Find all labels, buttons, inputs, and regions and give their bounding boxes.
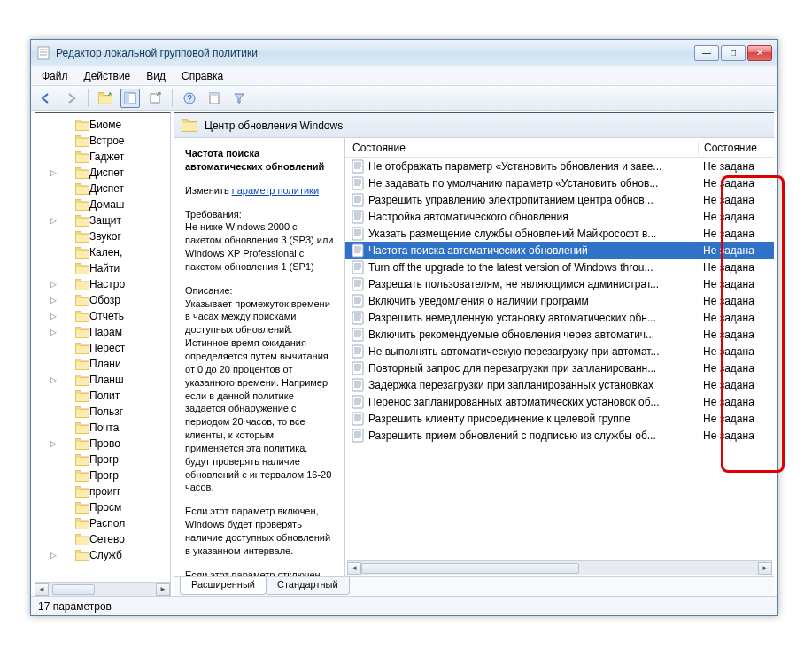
policy-icon xyxy=(351,361,365,375)
tree-item[interactable]: ▷Настро xyxy=(35,276,170,292)
tree-item[interactable]: Распол xyxy=(35,515,170,531)
help-button[interactable]: ? xyxy=(180,89,199,108)
titlebar[interactable]: Редактор локальной групповой политики — … xyxy=(31,40,777,66)
toolbar-separator xyxy=(88,89,89,107)
scroll-right-button[interactable]: ► xyxy=(758,562,772,575)
policy-row[interactable]: Не задавать по умолчанию параметр «Устан… xyxy=(345,174,774,191)
policy-rows[interactable]: Не отображать параметр «Установить обнов… xyxy=(345,158,774,560)
export-button[interactable] xyxy=(145,89,165,108)
column-header-state2[interactable]: Состояние xyxy=(698,142,774,154)
expand-icon[interactable]: ▷ xyxy=(49,216,58,225)
close-button[interactable]: ✕ xyxy=(747,45,772,61)
expand-icon[interactable]: ▷ xyxy=(49,375,58,384)
policy-icon xyxy=(351,328,365,342)
expand-icon[interactable]: ▷ xyxy=(49,312,58,321)
tree-item[interactable]: Звуког xyxy=(35,228,170,244)
tree-item[interactable]: Кален, xyxy=(35,244,170,260)
scroll-thumb[interactable] xyxy=(361,563,579,574)
scroll-left-button[interactable]: ◄ xyxy=(35,583,49,596)
policy-row[interactable]: Не выполнять автоматическую перезагрузку… xyxy=(345,343,774,359)
tab-extended[interactable]: Расширенный xyxy=(180,577,267,595)
folder-icon xyxy=(75,359,89,370)
edit-policy-link[interactable]: параметр политики xyxy=(232,185,319,196)
tree-item[interactable]: ▷Отчеть xyxy=(35,308,170,324)
expand-icon[interactable]: ▷ xyxy=(49,296,58,305)
policy-row[interactable]: Указать размещение службы обновлений Май… xyxy=(345,225,774,242)
tree-item[interactable]: Сетево xyxy=(35,531,170,547)
policy-row[interactable]: Разрешить управлению электропитанием цен… xyxy=(345,191,774,208)
policy-row[interactable]: Не отображать параметр «Установить обнов… xyxy=(345,158,774,174)
tree-item[interactable]: Домаш xyxy=(35,197,170,212)
policy-row[interactable]: Повторный запрос для перезагрузки при за… xyxy=(345,359,774,376)
tree-h-scrollbar[interactable]: ◄ ► xyxy=(35,582,170,596)
policy-row[interactable]: Turn off the upgrade to the latest versi… xyxy=(345,259,774,275)
tree-item[interactable]: Найти xyxy=(35,260,170,276)
list-h-scrollbar[interactable]: ◄ ► xyxy=(347,560,772,575)
tree-item[interactable]: Гаджет xyxy=(35,149,170,165)
scroll-left-button[interactable]: ◄ xyxy=(347,562,361,575)
expand-icon[interactable]: ▷ xyxy=(49,439,58,448)
tree-item[interactable]: Просм xyxy=(35,499,170,515)
tree-pane[interactable]: БиомеВстроеГаджет▷ДиспетДиспетДомаш▷Защи… xyxy=(35,112,171,596)
tree-item[interactable]: ▷Служб xyxy=(35,547,170,563)
policy-row[interactable]: Разрешить клиенту присоединение к целево… xyxy=(345,410,774,427)
expand-icon[interactable]: ▷ xyxy=(49,328,58,336)
expand-icon[interactable]: ▷ xyxy=(49,280,58,289)
scroll-thumb[interactable] xyxy=(52,584,95,595)
tree-item[interactable]: ▷Защит xyxy=(35,212,170,228)
folder-icon xyxy=(75,518,89,529)
back-button[interactable] xyxy=(36,89,56,108)
folder-icon xyxy=(75,375,89,386)
svg-rect-15 xyxy=(151,94,159,103)
tree-item[interactable]: Перест xyxy=(35,340,170,356)
tree-item[interactable]: Встрое xyxy=(35,133,170,149)
expand-icon[interactable]: ▷ xyxy=(49,551,58,560)
tree-item[interactable]: Плани xyxy=(35,356,170,372)
forward-button[interactable] xyxy=(61,89,81,108)
policy-row[interactable]: Перенос запланированных автоматических у… xyxy=(345,393,774,410)
expand-icon[interactable]: ▷ xyxy=(49,168,58,177)
tree-item[interactable]: ▷Прово xyxy=(35,436,170,452)
policy-row[interactable]: Разрешить немедленную установку автомати… xyxy=(345,309,774,326)
policy-row[interactable]: Разрешать пользователям, не являющимся а… xyxy=(345,275,774,292)
tree-item[interactable]: Биоме xyxy=(35,117,170,133)
tree-item[interactable]: ▷Парам xyxy=(35,324,170,340)
properties-button[interactable] xyxy=(205,89,224,108)
policy-row[interactable]: Разрешить прием обновлений с подписью из… xyxy=(345,427,774,444)
list-header[interactable]: Состояние Состояние xyxy=(345,138,774,158)
policy-name: Не отображать параметр «Установить обнов… xyxy=(368,160,698,173)
tree-item[interactable]: ▷Диспет xyxy=(35,165,170,181)
folder-icon xyxy=(75,231,89,243)
tree-item[interactable]: Почта xyxy=(35,420,170,436)
scroll-track[interactable] xyxy=(361,562,758,575)
tree-item[interactable]: Прогр xyxy=(35,452,170,467)
column-header-state[interactable]: Состояние xyxy=(345,142,698,154)
policy-row[interactable]: Настройка автоматического обновленияНе з… xyxy=(345,208,774,225)
tree-toggle-button[interactable] xyxy=(120,89,140,108)
menu-action[interactable]: Действие xyxy=(77,68,138,84)
menu-file[interactable]: Файл xyxy=(35,68,75,84)
scroll-right-button[interactable]: ► xyxy=(156,583,170,596)
policy-row[interactable]: Задержка перезагрузки при запланированны… xyxy=(345,376,774,393)
tab-standard[interactable]: Стандартный xyxy=(266,577,350,595)
tree-item[interactable]: ▷Обозр xyxy=(35,292,170,308)
policy-row[interactable]: Включить уведомления о наличии программН… xyxy=(345,292,774,309)
filter-button[interactable] xyxy=(229,89,249,108)
menu-view[interactable]: Вид xyxy=(139,68,173,84)
up-button[interactable] xyxy=(96,89,115,108)
tree-item[interactable]: ▷Планш xyxy=(35,372,170,388)
maximize-button[interactable]: □ xyxy=(721,45,746,61)
scroll-track[interactable] xyxy=(49,583,156,596)
menu-help[interactable]: Справка xyxy=(174,68,230,84)
policy-name: Разрешить управлению электропитанием цен… xyxy=(368,194,698,206)
tree-item[interactable]: Пользг xyxy=(35,404,170,420)
tree-item[interactable]: Прогр xyxy=(35,467,170,483)
tree-item[interactable]: проигг xyxy=(35,483,170,499)
policy-row[interactable]: Включить рекомендуемые обновления через … xyxy=(345,326,774,343)
tree-item[interactable]: Полит xyxy=(35,388,170,404)
minimize-button[interactable]: — xyxy=(694,45,719,61)
policy-icon xyxy=(351,159,365,174)
policy-row[interactable]: Частота поиска автоматических обновлений… xyxy=(345,242,774,259)
folder-icon xyxy=(75,167,89,179)
tree-item[interactable]: Диспет xyxy=(35,181,170,197)
